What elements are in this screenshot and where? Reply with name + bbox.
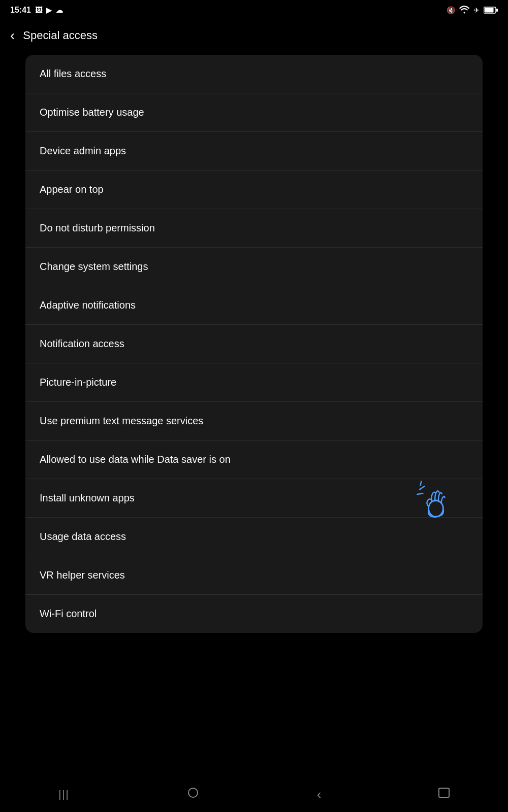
list-item-do-not-disturb[interactable]: Do not disturb permission	[25, 209, 483, 248]
hand-wave-icon	[411, 478, 452, 519]
home-button[interactable]	[186, 786, 200, 802]
list-item-premium-text[interactable]: Use premium text message services	[25, 402, 483, 441]
svg-rect-2	[496, 9, 498, 12]
svg-rect-7	[188, 788, 198, 797]
list-item-wifi-control[interactable]: Wi-Fi control	[25, 595, 483, 633]
page-header: ‹ Special access	[0, 20, 508, 51]
airplane-icon: ✈	[473, 6, 480, 14]
list-item-change-system-settings[interactable]: Change system settings	[25, 248, 483, 286]
list-item-appear-on-top[interactable]: Appear on top	[25, 171, 483, 209]
list-item-device-admin[interactable]: Device admin apps	[25, 132, 483, 171]
svg-line-5	[421, 481, 422, 485]
svg-rect-8	[439, 788, 449, 797]
list-item-notification-access[interactable]: Notification access	[25, 325, 483, 363]
nav-bar: ||| ‹	[0, 776, 508, 812]
svg-rect-1	[485, 8, 494, 13]
wifi-icon	[459, 6, 469, 15]
list-item-install-unknown[interactable]: Install unknown apps	[25, 479, 483, 518]
list-item-picture-in-picture[interactable]: Picture-in-picture	[25, 363, 483, 402]
mute-icon: 🔇	[447, 6, 455, 14]
svg-line-4	[417, 493, 423, 494]
windows-button[interactable]	[438, 788, 450, 801]
back-nav-button[interactable]: ‹	[317, 787, 322, 802]
svg-line-3	[420, 486, 425, 489]
cloud-icon: ☁	[56, 6, 63, 14]
special-access-list: All files access Optimise battery usage …	[25, 55, 483, 633]
list-item-usage-data[interactable]: Usage data access	[25, 518, 483, 556]
list-item-all-files-access[interactable]: All files access	[25, 55, 483, 93]
youtube-icon: ▶	[46, 6, 52, 14]
recent-apps-button[interactable]: |||	[58, 789, 70, 800]
page-title: Special access	[23, 29, 98, 42]
list-item-vr-helper[interactable]: VR helper services	[25, 556, 483, 595]
time-display: 15:41	[10, 6, 31, 15]
status-bar: 15:41 🖼 ▶ ☁ 🔇 ✈	[0, 0, 508, 20]
battery-icon	[484, 7, 498, 14]
photo-icon: 🖼	[35, 6, 42, 14]
list-item-data-saver[interactable]: Allowed to use data while Data saver is …	[25, 441, 483, 479]
list-item-optimise-battery[interactable]: Optimise battery usage	[25, 93, 483, 132]
list-item-adaptive-notifications[interactable]: Adaptive notifications	[25, 286, 483, 325]
back-button[interactable]: ‹	[10, 27, 15, 44]
